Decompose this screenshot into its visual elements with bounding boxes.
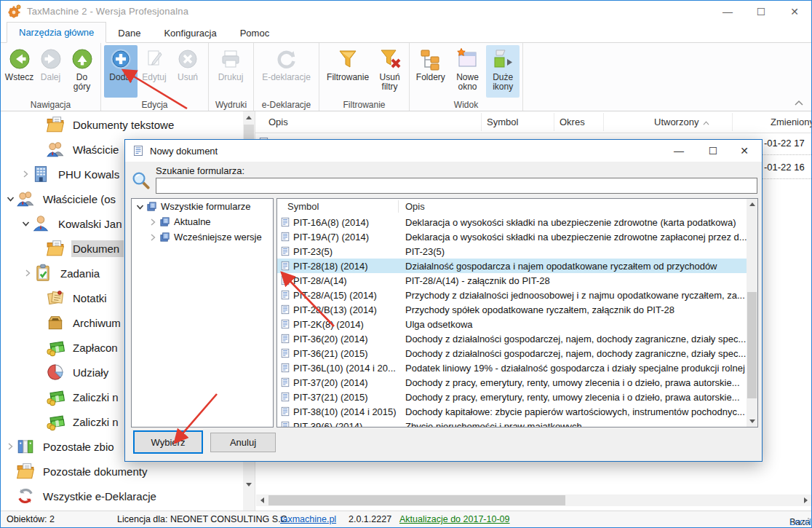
- dialog-minimize-button[interactable]: —: [664, 140, 693, 162]
- new-document-dialog: Nowy dokument — ☐ ✕ Szukanie formularza:…: [124, 139, 763, 462]
- status-website-link[interactable]: taxmachine.pl: [280, 514, 336, 524]
- dialog-title: Nowy dokument: [150, 146, 218, 157]
- tab-narzedzia-glowne[interactable]: Narzędzia główne: [7, 22, 106, 43]
- large-icons-button[interactable]: Duże ikony: [486, 45, 520, 98]
- group-label-filtrowanie: Filtrowanie: [319, 100, 409, 110]
- clear-filters-icon: [378, 47, 402, 71]
- form-search-input[interactable]: [156, 178, 757, 194]
- add-button[interactable]: Dodaj: [104, 45, 138, 98]
- search-label: Szukanie formularza:: [156, 165, 244, 176]
- form-icon: [280, 275, 290, 285]
- list-column-opis[interactable]: Opis: [405, 201, 425, 212]
- form-row-pit16a[interactable]: PIT-16A(8) (2014)Deklaracja o wysokości …: [277, 215, 747, 229]
- window-maximize-button[interactable]: ☐: [744, 1, 778, 23]
- form-row-pit38[interactable]: PIT-38(10) (2014 i 2015)Dochody kapitało…: [277, 404, 747, 419]
- dialog-title-bar: Nowy dokument — ☐ ✕: [125, 140, 762, 162]
- notes-icon: [46, 288, 65, 307]
- column-header-utworzony[interactable]: Utworzony: [654, 117, 709, 127]
- title-bar: TaxMachine 2 - Wersja Profesjonalna — ☐ …: [1, 1, 811, 23]
- cancel-button[interactable]: Anuluj: [210, 433, 276, 452]
- delete-icon: [176, 47, 199, 71]
- window-minimize-button[interactable]: —: [711, 1, 744, 23]
- sidebar-item-pozostale-dokumenty[interactable]: Pozostałe dokumenty: [1, 459, 243, 484]
- column-header-symbol[interactable]: Symbol: [487, 117, 518, 127]
- dialog-close-button[interactable]: ✕: [730, 140, 759, 162]
- form-icon: [280, 232, 290, 242]
- form-row-pit37-21[interactable]: PIT-37(21) (2015)Dochody z pracy, emeryt…: [277, 390, 747, 404]
- money-icon: [46, 412, 65, 431]
- form-stack-icon: [159, 232, 170, 243]
- form-row-pit28b[interactable]: PIT-28/B(13) (2014)Przychody spółek opod…: [277, 302, 747, 317]
- new-window-button[interactable]: Nowe okno: [449, 45, 487, 98]
- forward-button[interactable]: Dalej: [35, 45, 66, 98]
- tab-dane[interactable]: Dane: [106, 23, 152, 43]
- form-stack-icon: [146, 201, 157, 212]
- chevron-right-icon[interactable]: [23, 268, 33, 278]
- scroll-left-icon[interactable]: [256, 494, 268, 506]
- status-updates-link[interactable]: Aktualizacje do 2017-10-09: [399, 514, 510, 524]
- user-icon: [31, 214, 50, 233]
- ribbon: Wstecz Dalej Do góry Nawigacja Dodaj Edy…: [1, 43, 811, 111]
- column-header-opis[interactable]: Opis: [268, 117, 288, 127]
- form-row-pit2k[interactable]: PIT-2K(8) (2014)Ulga odsetkowa: [277, 317, 747, 331]
- tree-item-aktualne[interactable]: Aktualne: [132, 214, 273, 229]
- form-row-pit36-21[interactable]: PIT-36(21) (2015)Dochody z działalności …: [277, 346, 747, 360]
- status-license: Licencja dla: NEONET CONSULTING S.C.: [117, 514, 290, 524]
- scroll-down-icon[interactable]: [243, 478, 255, 490]
- form-row-pit28-selected[interactable]: PIT-28(18) (2014)Działalność gospodarcza…: [277, 259, 747, 273]
- chevron-down-icon[interactable]: [5, 194, 15, 204]
- form-row-pit23[interactable]: PIT-23(5)PIT-23(5): [277, 244, 747, 259]
- scroll-up-icon[interactable]: [243, 111, 255, 123]
- folder-doc-icon: [16, 462, 35, 481]
- chevron-right-icon[interactable]: [5, 441, 15, 452]
- tree-item-wczesniejsze-wersje[interactable]: Wcześniejsze wersje: [132, 229, 273, 245]
- tab-pomoc[interactable]: Pomoc: [228, 23, 281, 43]
- ribbon-group-wydruki: Drukuj Wydruki: [209, 43, 254, 111]
- form-icon: [280, 334, 290, 344]
- chevron-right-icon[interactable]: [20, 169, 31, 179]
- delete-button[interactable]: Usuń: [171, 45, 204, 98]
- form-row-pit37-20[interactable]: PIT-37(20) (2014)Dochody z pracy, emeryt…: [277, 375, 747, 390]
- chevron-down-icon[interactable]: [20, 218, 31, 229]
- up-button[interactable]: Do góry: [66, 45, 97, 98]
- ribbon-collapse-icon[interactable]: [794, 99, 804, 106]
- chevron-right-icon[interactable]: [148, 232, 158, 243]
- tree-item-wszystkie-formularze[interactable]: Wszystkie formularze: [132, 199, 273, 214]
- group-label-wydruki: Wydruki: [209, 100, 253, 110]
- folder-doc-icon: [46, 239, 65, 258]
- forms-scrollbar-thumb[interactable]: [747, 292, 757, 398]
- select-button[interactable]: Wybierz: [133, 430, 203, 454]
- sidebar-item-wszystkie-edeklaracje[interactable]: Wszystkie e-Deklaracje: [1, 484, 243, 508]
- form-row-pit28a14[interactable]: PIT-28/A(14)PIT-28/A(14) - załącznik do …: [277, 273, 747, 288]
- form-row-pit36-20[interactable]: PIT-36(20) (2014)Dochody z działalności …: [277, 331, 747, 346]
- form-row-pit28a15[interactable]: PIT-28/A(15) (2014)Przychody z działalno…: [277, 288, 747, 302]
- edit-button[interactable]: Edytuj: [138, 45, 171, 98]
- window-close-button[interactable]: ✕: [778, 1, 811, 23]
- sidebar-item-dokumenty-tekstowe[interactable]: Dokumenty tekstowe: [1, 112, 243, 137]
- tab-konfiguracja[interactable]: Konfiguracja: [152, 23, 228, 43]
- column-header-zmieniony[interactable]: Zmieniony: [771, 117, 811, 127]
- chevron-right-icon[interactable]: [148, 217, 158, 227]
- clear-filters-button[interactable]: Usuń filtry: [373, 45, 406, 98]
- edeclarations-button[interactable]: E-deklaracje: [257, 45, 316, 98]
- folders-button[interactable]: Foldery: [413, 45, 449, 98]
- filter-button[interactable]: Filtrowanie: [322, 45, 373, 98]
- table-horizontal-scrollbar[interactable]: [256, 494, 811, 506]
- scroll-up-icon[interactable]: [747, 199, 757, 210]
- list-column-symbol[interactable]: Symbol: [287, 201, 319, 212]
- print-button[interactable]: Drukuj: [212, 45, 250, 98]
- back-button[interactable]: Wstecz: [4, 45, 35, 98]
- dialog-maximize-button[interactable]: ☐: [698, 140, 728, 162]
- resize-grip[interactable]: [801, 517, 810, 526]
- chevron-down-icon[interactable]: [135, 202, 145, 212]
- form-icon: [280, 304, 290, 315]
- horizontal-scrollbar-thumb[interactable]: [268, 495, 565, 505]
- ribbon-group-edycja: Dodaj Edytuj Usuń Edycja: [101, 43, 209, 111]
- form-row-pit36l[interactable]: PIT-36L(10) (2014 i 20...Podatek liniowy…: [277, 360, 747, 375]
- forms-list-scrollbar[interactable]: [747, 199, 757, 427]
- form-row-pit19a[interactable]: PIT-19A(7) (2014)Deklaracja o wysokości …: [277, 229, 747, 244]
- scroll-down-icon[interactable]: [747, 416, 757, 427]
- scroll-right-icon[interactable]: [800, 494, 811, 506]
- ribbon-tab-bar: Narzędzia główne Dane Konfiguracja Pomoc: [1, 23, 811, 43]
- column-header-okres[interactable]: Okres: [560, 117, 585, 127]
